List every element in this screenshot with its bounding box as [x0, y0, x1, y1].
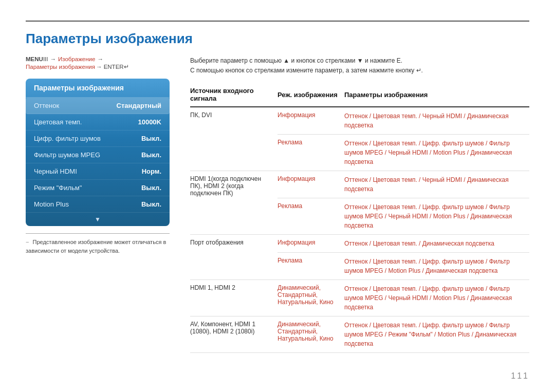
menu-item-value-2: Выкл.: [141, 135, 161, 142]
menu-panel: Параметры изображения Оттенок Стандартны…: [26, 79, 170, 226]
mode-cell-info-3: Информация: [278, 235, 344, 253]
menu-scroll-arrow[interactable]: ▼: [26, 213, 170, 226]
params-cell-5: Оттенок / Цветовая темп. / Динамическая …: [344, 235, 529, 253]
bc-arrow-1: →: [50, 56, 56, 62]
menu-item-4[interactable]: Черный HDMI Норм.: [26, 163, 170, 180]
menu-item-label-6: Motion Plus: [34, 200, 69, 208]
menu-item-1[interactable]: Цветовая темп. 10000K: [26, 114, 170, 130]
menu-item-value-1: 10000K: [138, 118, 161, 126]
bc-params: Параметры изображения: [26, 64, 95, 70]
menu-item-value-4: Норм.: [142, 167, 161, 175]
table-row: HDMI 1(когда подключен ПК), HDMI 2 (когд…: [190, 171, 529, 198]
mode-cell-reklama-2: Реклама: [278, 198, 344, 235]
table-row: AV, Компонент, HDMI 1 (1080i), HDMI 2 (1…: [190, 316, 529, 353]
menu-item-value-5: Выкл.: [141, 184, 161, 192]
signal-cell-hdmi-pc: HDMI 1(когда подключен ПК), HDMI 2 (когд…: [190, 171, 278, 235]
bc-arrow-2: →: [97, 56, 103, 62]
params-cell-3: Оттенок / Цветовая темп. / Черный HDMI /…: [344, 171, 529, 198]
menu-item-label-1: Цветовая темп.: [34, 118, 82, 126]
col-header-params: Параметры изображения: [344, 84, 529, 107]
menu-item-label-3: Фильтр шумов MPEG: [34, 151, 100, 159]
menu-panel-title: Параметры изображения: [26, 79, 170, 98]
col-header-mode: Реж. изображения: [278, 84, 344, 107]
info-table: Источник входногосигнала Реж. изображени…: [190, 84, 529, 353]
mode-cell-info-2: Информация: [278, 171, 344, 198]
instruction-line-1: Выберите параметр с помощью ▲ и кнопок с…: [190, 56, 529, 66]
menu-item-0[interactable]: Оттенок Стандартный: [26, 98, 170, 114]
table-row: HDMI 1, HDMI 2 Динамический, Стандартный…: [190, 280, 529, 316]
mode-cell-reklama-1: Реклама: [278, 135, 344, 171]
menu-item-label-4: Черный HDMI: [34, 167, 77, 175]
menu-item-5[interactable]: Режим "Фильм" Выкл.: [26, 180, 170, 196]
page-number: 111: [511, 371, 529, 381]
menu-item-label-5: Режим "Фильм": [34, 184, 82, 192]
menu-item-value-3: Выкл.: [141, 151, 161, 159]
bc-menu: MENUIII: [26, 56, 48, 62]
mode-cell-reklama-3: Реклама: [278, 253, 344, 280]
left-column: MENUIII → Изображение → Параметры изобра…: [26, 56, 170, 353]
params-cell-4: Оттенок / Цветовая темп. / Цифр. фильтр …: [344, 198, 529, 235]
table-row: Порт отображения Информация Оттенок / Цв…: [190, 235, 529, 253]
mode-cell-av: Динамический, Стандартный, Натуральный, …: [278, 316, 344, 353]
col-header-signal: Источник входногосигнала: [190, 84, 278, 107]
params-cell-2: Оттенок / Цветовая темп. / Цифр. фильтр …: [344, 135, 529, 171]
menu-item-label-0: Оттенок: [34, 102, 59, 109]
signal-cell-port: Порт отображения: [190, 235, 278, 280]
signal-cell-hdmi-12: HDMI 1, HDMI 2: [190, 280, 278, 316]
bc-enter: → ENTER↵: [96, 63, 129, 70]
page-container: Параметры изображения MENUIII → Изображе…: [0, 0, 555, 392]
params-cell-8: Оттенок / Цветовая темп. / Цифр. фильтр …: [344, 316, 529, 353]
menu-item-label-2: Цифр. фильтр шумов: [34, 135, 101, 142]
instruction-line-2: С помощью кнопок со стрелками измените п…: [190, 66, 529, 76]
note-line: − Представленное изображение может отлич…: [26, 238, 170, 255]
note-dash: −: [26, 239, 29, 245]
signal-cell-pc-dvi: ПК, DVI: [190, 107, 278, 171]
page-title: Параметры изображения: [26, 31, 529, 47]
table-header-row: Источник входногосигнала Реж. изображени…: [190, 84, 529, 107]
menu-item-6[interactable]: Motion Plus Выкл.: [26, 196, 170, 213]
note-text: Представленное изображение может отличат…: [26, 239, 166, 254]
menu-item-2[interactable]: Цифр. фильтр шумов Выкл.: [26, 130, 170, 147]
menu-item-value-0: Стандартный: [117, 102, 161, 109]
breadcrumb: MENUIII → Изображение → Параметры изобра…: [26, 56, 170, 70]
note-section: − Представленное изображение может отлич…: [26, 233, 170, 255]
instruction-text: Выберите параметр с помощью ▲ и кнопок с…: [190, 56, 529, 76]
signal-cell-av: AV, Компонент, HDMI 1 (1080i), HDMI 2 (1…: [190, 316, 278, 353]
table-row: ПК, DVI Информация Оттенок / Цветовая те…: [190, 107, 529, 135]
main-layout: MENUIII → Изображение → Параметры изобра…: [26, 56, 529, 353]
menu-item-3[interactable]: Фильтр шумов MPEG Выкл.: [26, 147, 170, 163]
params-cell-7: Оттенок / Цветовая темп. / Цифр. фильтр …: [344, 280, 529, 316]
mode-cell-info-1: Информация: [278, 107, 344, 135]
mode-cell-hdmi12: Динамический, Стандартный, Натуральный, …: [278, 280, 344, 316]
bc-image: Изображение: [58, 56, 95, 62]
right-column: Выберите параметр с помощью ▲ и кнопок с…: [190, 56, 529, 353]
params-cell-6: Оттенок / Цветовая темп. / Цифр. фильтр …: [344, 253, 529, 280]
menu-item-value-6: Выкл.: [141, 200, 161, 208]
top-rule: [26, 21, 529, 22]
params-cell-1: Оттенок / Цветовая темп. / Черный HDMI /…: [344, 107, 529, 135]
